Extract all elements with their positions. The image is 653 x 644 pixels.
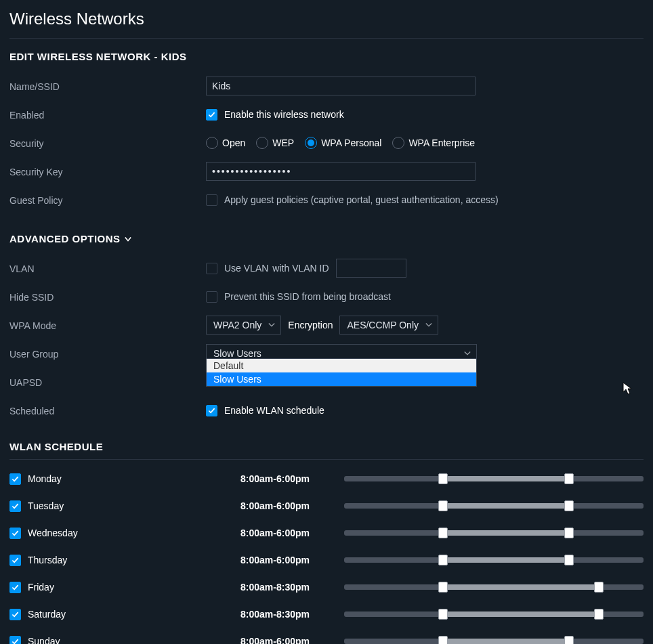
schedule-day-checkbox[interactable] (9, 582, 21, 593)
schedule-section-title: WLAN SCHEDULE (9, 441, 644, 452)
user-group-option-default[interactable]: Default (207, 359, 476, 372)
schedule-slider-range (443, 530, 569, 536)
schedule-slider-track[interactable] (344, 584, 644, 590)
schedule-time-range: 8:00am-6:00pm (206, 473, 344, 484)
schedule-slider-handle-end[interactable] (564, 528, 574, 538)
schedule-day-checkbox[interactable] (9, 528, 21, 539)
hide-ssid-text: Prevent this SSID from being broadcast (224, 291, 391, 302)
vlan-id-input[interactable] (336, 259, 406, 278)
hide-ssid-checkbox[interactable] (206, 291, 217, 303)
vlan-text-a: Use VLAN (224, 263, 268, 274)
schedule-slider-track[interactable] (344, 530, 644, 536)
vlan-label: VLAN (9, 262, 206, 275)
schedule-slider-track[interactable] (344, 503, 644, 509)
schedule-slider-handle-start[interactable] (438, 555, 448, 565)
seckey-input[interactable] (206, 162, 476, 181)
schedule-slider-handle-end[interactable] (564, 473, 574, 484)
schedule-slider-range (443, 557, 569, 563)
enabled-checkbox-label: Enable this wireless network (224, 109, 344, 120)
enabled-label: Enabled (9, 108, 206, 121)
schedule-slider-track[interactable] (344, 639, 644, 644)
schedule-day-name: Wednesday (28, 528, 78, 538)
cursor-icon (623, 382, 633, 395)
schedule-slider-handle-start[interactable] (438, 473, 448, 484)
ssid-input[interactable] (206, 77, 476, 95)
chevron-down-icon (425, 320, 432, 330)
schedule-slider-handle-end[interactable] (564, 636, 574, 644)
schedule-slider-handle-end[interactable] (594, 582, 604, 593)
security-radio-wpa-enterprise-label: WPA Enterprise (408, 137, 475, 148)
vlan-text-b: with VLAN ID (272, 263, 329, 274)
schedule-day-checkbox[interactable] (9, 500, 21, 512)
user-group-option-slow[interactable]: Slow Users (207, 372, 476, 386)
schedule-day-name: Monday (28, 473, 62, 484)
wpa-mode-label: WPA Mode (9, 319, 206, 332)
schedule-slider-handle-end[interactable] (564, 500, 574, 511)
ssid-label: Name/SSID (9, 80, 206, 93)
guest-label: Guest Policy (9, 194, 206, 207)
chevron-down-icon (464, 348, 471, 359)
user-group-selected: Slow Users (213, 348, 261, 359)
divider (9, 38, 644, 39)
user-group-label: User Group (9, 347, 206, 360)
schedule-day-checkbox[interactable] (9, 473, 21, 485)
schedule-time-range: 8:00am-6:00pm (206, 555, 344, 565)
schedule-row: Sunday8:00am-6:00pm (9, 628, 644, 644)
scheduled-checkbox[interactable] (206, 405, 217, 416)
guest-checkbox[interactable] (206, 194, 217, 206)
schedule-slider-handle-start[interactable] (438, 500, 448, 511)
enabled-checkbox[interactable] (206, 109, 217, 121)
schedule-day-checkbox[interactable] (9, 636, 21, 645)
seckey-label: Security Key (9, 165, 206, 178)
edit-section-title: EDIT WIRELESS NETWORK - KIDS (9, 51, 644, 62)
chevron-down-icon (125, 236, 131, 242)
guest-checkbox-label: Apply guest policies (captive portal, gu… (224, 194, 499, 205)
schedule-row: Saturday8:00am-8:30pm (9, 601, 644, 628)
schedule-slider-range (443, 639, 569, 644)
schedule-slider-handle-end[interactable] (594, 609, 604, 620)
schedule-slider-track[interactable] (344, 557, 644, 563)
security-radio-wpa-enterprise[interactable] (392, 137, 404, 149)
schedule-day-name: Sunday (28, 636, 60, 644)
schedule-slider-handle-start[interactable] (438, 528, 448, 538)
schedule-slider-track[interactable] (344, 611, 644, 617)
schedule-slider-range (443, 503, 569, 509)
wpa-mode-value: WPA2 Only (213, 320, 261, 330)
schedule-row: Thursday8:00am-6:00pm (9, 546, 644, 574)
security-radio-wpa-personal[interactable] (305, 137, 317, 149)
schedule-row: Tuesday8:00am-6:00pm (9, 492, 644, 519)
schedule-time-range: 8:00am-6:00pm (206, 500, 344, 511)
advanced-options-toggle[interactable]: ADVANCED OPTIONS (9, 233, 644, 244)
scheduled-text: Enable WLAN schedule (224, 405, 324, 416)
encryption-select[interactable]: AES/CCMP Only (339, 316, 438, 335)
schedule-slider-handle-end[interactable] (564, 555, 574, 565)
security-label: Security (9, 137, 206, 150)
schedule-row: Monday8:00am-6:00pm (9, 465, 644, 492)
chevron-down-icon (268, 320, 275, 330)
schedule-slider-range (443, 476, 569, 481)
schedule-time-range: 8:00am-8:30pm (206, 582, 344, 593)
user-group-dropdown: Default Slow Users (206, 358, 477, 387)
schedule-slider-handle-start[interactable] (438, 609, 448, 620)
hide-ssid-label: Hide SSID (9, 291, 206, 303)
security-radio-open-label: Open (222, 137, 245, 148)
schedule-day-checkbox[interactable] (9, 555, 21, 566)
schedule-time-range: 8:00am-6:00pm (206, 528, 344, 538)
page-title: Wireless Networks (9, 7, 644, 38)
schedule-day-name: Saturday (28, 609, 66, 620)
wpa-mode-select[interactable]: WPA2 Only (206, 316, 281, 335)
divider (9, 459, 644, 460)
schedule-slider-range (443, 584, 599, 590)
schedule-slider-handle-start[interactable] (438, 636, 448, 644)
schedule-time-range: 8:00am-8:30pm (206, 609, 344, 620)
vlan-checkbox[interactable] (206, 263, 217, 274)
schedule-day-checkbox[interactable] (9, 609, 21, 620)
encryption-label: Encryption (288, 320, 333, 330)
schedule-slider-handle-start[interactable] (438, 582, 448, 593)
schedule-day-name: Tuesday (28, 500, 64, 511)
schedule-slider-track[interactable] (344, 476, 644, 481)
security-radio-open[interactable] (206, 137, 218, 149)
encryption-value: AES/CCMP Only (347, 320, 419, 330)
scheduled-label: Scheduled (9, 404, 206, 417)
security-radio-wep[interactable] (256, 137, 268, 149)
